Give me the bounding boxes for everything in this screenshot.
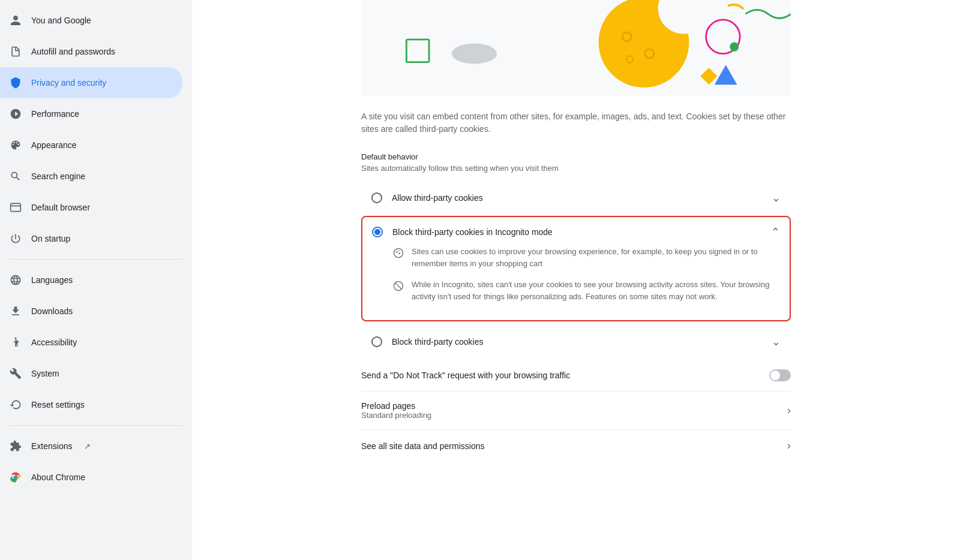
svg-line-19 xyxy=(395,283,402,290)
blocked-icon xyxy=(392,280,404,292)
see-all-site-data-label: See all site data and permissions xyxy=(361,441,787,451)
browser-icon xyxy=(10,201,22,213)
preload-pages-sub: Standard preloading xyxy=(361,411,787,420)
autofill-icon xyxy=(10,46,22,58)
sidebar-item-reset[interactable]: Reset settings xyxy=(0,389,182,420)
sidebar-label-autofill: Autofill and passwords xyxy=(31,47,115,56)
shield-icon xyxy=(10,77,22,89)
sidebar-item-extensions[interactable]: Extensions ↗ xyxy=(0,430,182,462)
sidebar-item-search-engine[interactable]: Search engine xyxy=(0,161,182,192)
search-icon xyxy=(10,170,22,182)
external-link-icon: ↗ xyxy=(84,442,91,451)
radio-circle-incognito xyxy=(372,227,383,237)
do-not-track-toggle[interactable] xyxy=(769,369,791,381)
svg-marker-12 xyxy=(715,65,737,85)
startup-icon xyxy=(10,233,22,245)
chevron-down-icon-block: ⌄ xyxy=(772,335,781,348)
expanded-text-0: Sites can use cookies to improve your br… xyxy=(412,246,780,269)
sidebar-label-system: System xyxy=(31,369,59,378)
radio-block-incognito[interactable]: Block third-party cookies in Incognito m… xyxy=(361,216,791,321)
sidebar-label-extensions: Extensions xyxy=(31,441,72,451)
chevron-down-icon-allow: ⌄ xyxy=(772,191,781,204)
chevron-right-icon-sitedata: › xyxy=(787,439,791,452)
sidebar-item-autofill[interactable]: Autofill and passwords xyxy=(0,36,182,67)
chrome-icon xyxy=(10,471,22,483)
sidebar-item-performance[interactable]: Performance xyxy=(0,98,182,130)
setting-do-not-track[interactable]: Send a "Do Not Track" request with your … xyxy=(361,360,791,392)
sidebar-item-privacy[interactable]: Privacy and security xyxy=(0,67,182,98)
sidebar-divider-2 xyxy=(10,425,182,426)
performance-icon xyxy=(10,108,22,120)
sidebar-item-downloads[interactable]: Downloads xyxy=(0,296,182,327)
sidebar-label-reset: Reset settings xyxy=(31,400,85,410)
radio-block-all[interactable]: Block third-party cookies ⌄ xyxy=(361,326,791,357)
svg-point-17 xyxy=(398,253,400,255)
appearance-icon xyxy=(10,139,22,151)
sidebar-item-about[interactable]: About Chrome xyxy=(0,462,182,493)
sidebar-label-default-browser: Default browser xyxy=(31,203,90,212)
sidebar-label-about: About Chrome xyxy=(31,472,85,482)
setting-preload-pages[interactable]: Preload pages Standard preloading › xyxy=(361,392,791,430)
sidebar-item-on-startup[interactable]: On startup xyxy=(0,223,182,254)
sidebar-item-languages[interactable]: Languages xyxy=(0,264,182,296)
languages-icon xyxy=(10,274,22,286)
sidebar-label-appearance: Appearance xyxy=(31,140,77,150)
preload-pages-label: Preload pages xyxy=(361,401,787,411)
sidebar-label-downloads: Downloads xyxy=(31,306,73,316)
cookie-small-icon xyxy=(392,247,404,259)
sidebar-item-accessibility[interactable]: Accessibility xyxy=(0,327,182,358)
sidebar-label-accessibility: Accessibility xyxy=(31,338,77,347)
default-behavior-sub: Sites automatically follow this setting … xyxy=(361,164,791,173)
default-behavior-heading: Default behavior xyxy=(361,152,791,161)
system-icon xyxy=(10,368,22,380)
downloads-icon xyxy=(10,305,22,317)
expanded-item-0: Sites can use cookies to improve your br… xyxy=(392,246,780,269)
radio-allow-cookies[interactable]: Allow third-party cookies ⌄ xyxy=(361,182,791,213)
sidebar-item-appearance[interactable]: Appearance xyxy=(0,130,182,161)
radio-label-block-all: Block third-party cookies xyxy=(392,337,772,347)
radio-label-incognito: Block third-party cookies in Incognito m… xyxy=(392,227,771,237)
sidebar-label-privacy: Privacy and security xyxy=(31,78,106,88)
svg-point-13 xyxy=(730,43,739,52)
sidebar-item-system[interactable]: System xyxy=(0,358,182,389)
sidebar-label-you-and-google: You and Google xyxy=(31,16,91,25)
svg-point-14 xyxy=(394,249,403,258)
accessibility-icon xyxy=(10,336,22,348)
chevron-up-icon-incognito: ⌃ xyxy=(771,225,780,239)
svg-point-4 xyxy=(452,43,497,64)
chevron-right-icon-preload: › xyxy=(787,404,791,417)
sidebar-label-languages: Languages xyxy=(31,275,73,285)
description-text: A site you visit can embed content from … xyxy=(361,110,791,136)
sidebar-item-default-browser[interactable]: Default browser xyxy=(0,192,182,223)
sidebar-label-search-engine: Search engine xyxy=(31,171,85,181)
sidebar: You and Google Autofill and passwords Pr… xyxy=(0,0,192,560)
sidebar-divider-1 xyxy=(10,259,182,260)
setting-see-all-site-data[interactable]: See all site data and permissions › xyxy=(361,430,791,462)
expanded-item-1: While in Incognito, sites can't use your… xyxy=(392,279,780,302)
cookie-illustration xyxy=(361,0,791,96)
extensions-icon xyxy=(10,440,22,452)
sidebar-item-you-and-google[interactable]: You and Google xyxy=(0,5,182,36)
main-content: A site you visit can embed content from … xyxy=(192,0,960,560)
radio-circle-block-all xyxy=(371,336,382,347)
person-icon xyxy=(10,14,22,26)
radio-label-allow: Allow third-party cookies xyxy=(392,193,772,203)
svg-point-16 xyxy=(398,250,400,251)
radio-circle-allow xyxy=(371,192,382,203)
svg-rect-0 xyxy=(11,203,21,211)
sidebar-label-performance: Performance xyxy=(31,109,79,119)
sidebar-label-on-startup: On startup xyxy=(31,234,70,243)
do-not-track-label: Send a "Do Not Track" request with your … xyxy=(361,371,769,380)
expanded-details: Sites can use cookies to improve your br… xyxy=(372,239,780,312)
svg-marker-11 xyxy=(700,68,717,85)
expanded-text-1: While in Incognito, sites can't use your… xyxy=(412,279,780,302)
svg-rect-3 xyxy=(406,40,429,62)
reset-icon xyxy=(10,399,22,411)
svg-point-15 xyxy=(396,251,398,253)
